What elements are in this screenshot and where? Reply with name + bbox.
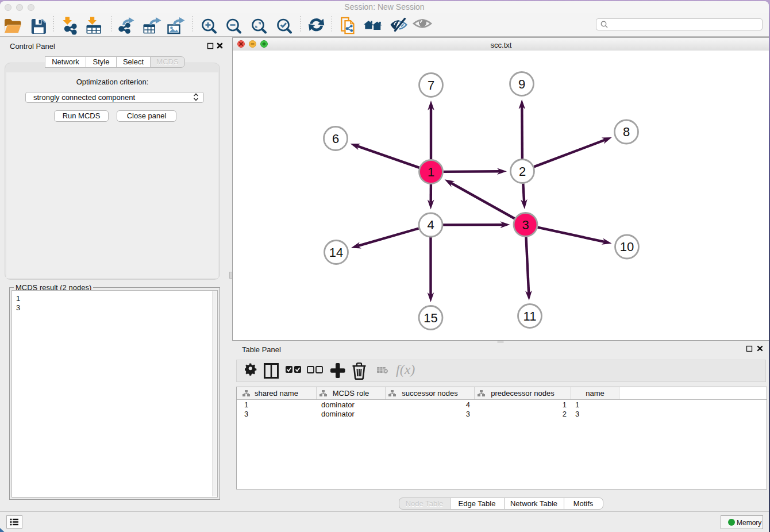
svg-text:8: 8 [623, 125, 630, 139]
svg-text:f(x): f(x) [396, 362, 415, 377]
svg-text:15: 15 [424, 311, 437, 325]
svg-text:4: 4 [427, 218, 434, 232]
svg-text:10: 10 [620, 240, 634, 254]
svg-text:1: 1 [428, 165, 434, 179]
svg-text:14: 14 [329, 245, 343, 260]
svg-text:7: 7 [428, 78, 434, 92]
svg-text:11: 11 [523, 309, 537, 323]
svg-text:9: 9 [518, 77, 525, 91]
svg-text:2: 2 [519, 164, 526, 179]
svg-text:6: 6 [332, 132, 339, 146]
svg-text:3: 3 [522, 218, 529, 232]
